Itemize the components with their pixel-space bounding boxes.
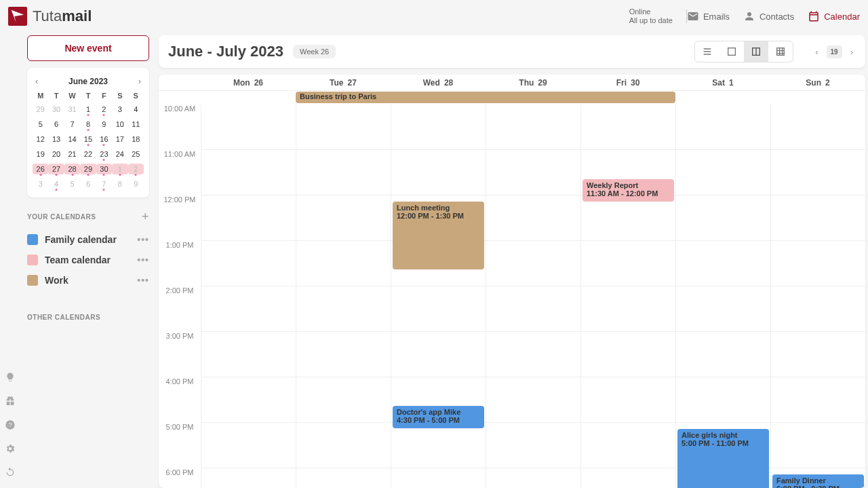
mini-cal-day[interactable]: 16 bbox=[96, 134, 112, 145]
mini-cal-day[interactable]: 6 bbox=[80, 179, 96, 189]
person-icon bbox=[743, 10, 755, 22]
mini-cal-dow: F bbox=[96, 92, 112, 100]
hour-label: 12:00 PM bbox=[159, 195, 201, 241]
allday-event[interactable]: Business trip to Paris bbox=[296, 92, 675, 103]
calendar-list: YOUR CALENDARS + Family calendar•••Team … bbox=[20, 204, 156, 290]
mini-cal-day[interactable]: 2 bbox=[96, 104, 112, 115]
mini-cal-day[interactable]: 6 bbox=[48, 119, 64, 130]
gear-icon[interactable] bbox=[5, 443, 16, 456]
calendar-more-icon[interactable]: ••• bbox=[137, 275, 149, 286]
mini-cal-day[interactable]: 15 bbox=[80, 134, 96, 145]
mini-cal-day[interactable]: 31 bbox=[64, 104, 80, 115]
calendar-color-swatch bbox=[27, 275, 38, 286]
mini-cal-day[interactable]: 4 bbox=[48, 179, 64, 189]
help-icon[interactable]: ? bbox=[5, 419, 16, 432]
mini-cal-day[interactable]: 29 bbox=[33, 104, 48, 115]
mini-cal-day[interactable]: 1 bbox=[80, 104, 96, 115]
mini-cal-day[interactable]: 3 bbox=[33, 179, 48, 189]
logo-mark-icon bbox=[8, 7, 27, 26]
lightbulb-icon[interactable] bbox=[5, 372, 16, 385]
calendar-list-item[interactable]: Team calendar••• bbox=[27, 250, 149, 270]
calendar-color-swatch bbox=[27, 234, 38, 245]
week-badge: Week 26 bbox=[293, 45, 336, 58]
event-time: 5:00 PM - 11:00 PM bbox=[682, 439, 765, 447]
mini-cal-day[interactable]: 3 bbox=[112, 104, 127, 115]
today-button[interactable]: 19 bbox=[827, 45, 842, 58]
mini-cal-day[interactable]: 24 bbox=[112, 149, 127, 159]
hour-label: 2:00 PM bbox=[159, 286, 201, 332]
nav-contacts[interactable]: Contacts bbox=[743, 10, 794, 22]
calendar-event[interactable]: Weekly Report11:30 AM - 12:00 PM bbox=[583, 179, 674, 202]
mini-cal-day[interactable]: 28 bbox=[64, 164, 80, 174]
mini-cal-day[interactable]: 27 bbox=[48, 164, 64, 174]
calendar-list-item[interactable]: Family calendar••• bbox=[27, 229, 149, 250]
calendar-name: Work bbox=[45, 275, 68, 286]
mini-cal-day[interactable]: 4 bbox=[128, 104, 144, 115]
mini-cal-day[interactable]: 21 bbox=[64, 149, 80, 159]
mini-cal-next[interactable]: › bbox=[136, 75, 144, 88]
mini-cal-day[interactable]: 9 bbox=[128, 179, 144, 189]
mini-cal-day[interactable]: 7 bbox=[64, 119, 80, 130]
sidebar: New event ‹ June 2023 › MTWTFSS293031123… bbox=[20, 33, 156, 488]
mini-cal-day[interactable]: 30 bbox=[48, 104, 64, 115]
calendar-more-icon[interactable]: ••• bbox=[137, 255, 149, 265]
prev-week[interactable]: ‹ bbox=[812, 44, 821, 60]
mini-cal-day[interactable]: 22 bbox=[80, 149, 96, 159]
view-week[interactable] bbox=[744, 41, 768, 62]
new-event-button[interactable]: New event bbox=[27, 35, 149, 61]
day-header: Fri30 bbox=[580, 78, 675, 88]
mini-cal-day[interactable]: 30 bbox=[96, 164, 112, 174]
mini-cal-day[interactable]: 1 bbox=[112, 164, 127, 174]
hour-label: 10:00 AM bbox=[159, 105, 201, 150]
mini-cal-day[interactable]: 13 bbox=[48, 134, 64, 145]
mini-cal-day[interactable]: 9 bbox=[96, 119, 112, 130]
day-column[interactable] bbox=[486, 105, 580, 488]
gift-icon[interactable] bbox=[5, 396, 16, 409]
day-column[interactable] bbox=[296, 105, 391, 488]
mini-cal-day[interactable]: 23 bbox=[96, 149, 112, 159]
mini-cal-day[interactable]: 2 bbox=[128, 164, 144, 174]
mini-cal-day[interactable]: 5 bbox=[64, 179, 80, 189]
day-column[interactable]: Family Dinner6:00 PM - 8:30 PM bbox=[770, 105, 865, 488]
mini-cal-day[interactable]: 8 bbox=[80, 119, 96, 130]
nav-calendar-label: Calendar bbox=[824, 12, 860, 22]
nav-emails[interactable]: Emails bbox=[687, 10, 730, 22]
mini-cal-day[interactable]: 18 bbox=[128, 134, 144, 145]
day-column[interactable]: Weekly Report11:30 AM - 12:00 PM bbox=[580, 105, 675, 488]
day-column[interactable] bbox=[201, 105, 296, 488]
calendar-list-item[interactable]: Work••• bbox=[27, 270, 149, 290]
next-week[interactable]: › bbox=[848, 44, 856, 60]
calendar-event[interactable]: Doctor's app Mike4:30 PM - 5:00 PM bbox=[393, 406, 484, 428]
mini-cal-day[interactable]: 12 bbox=[33, 134, 48, 145]
view-day[interactable] bbox=[719, 41, 744, 62]
view-month[interactable] bbox=[768, 41, 793, 62]
mini-cal-day[interactable]: 7 bbox=[96, 179, 112, 189]
day-column[interactable]: Lunch meeting12:00 PM - 1:30 PMDoctor's … bbox=[391, 105, 486, 488]
mini-cal-day[interactable]: 26 bbox=[33, 164, 48, 174]
calendar-event[interactable]: Family Dinner6:00 PM - 8:30 PM bbox=[772, 474, 864, 488]
calendar-event[interactable]: Alice girls night5:00 PM - 11:00 PM bbox=[677, 429, 769, 488]
nav-calendar[interactable]: Calendar bbox=[808, 10, 860, 22]
mini-cal-day[interactable]: 29 bbox=[80, 164, 96, 174]
mini-cal-day[interactable]: 17 bbox=[112, 134, 127, 145]
calendar-event[interactable]: Lunch meeting12:00 PM - 1:30 PM bbox=[393, 202, 484, 269]
mini-cal-day[interactable]: 10 bbox=[112, 119, 127, 130]
mini-cal-day[interactable]: 19 bbox=[33, 149, 48, 159]
mini-cal-day[interactable]: 25 bbox=[128, 149, 144, 159]
mini-cal-day[interactable]: 14 bbox=[64, 134, 80, 145]
refresh-icon[interactable] bbox=[5, 467, 16, 480]
mini-cal-prev[interactable]: ‹ bbox=[33, 75, 41, 88]
add-calendar-button[interactable]: + bbox=[142, 210, 149, 224]
view-agenda[interactable] bbox=[695, 41, 719, 62]
mini-cal-day[interactable]: 11 bbox=[128, 119, 144, 130]
mini-cal-day[interactable]: 8 bbox=[112, 179, 127, 189]
mini-cal-day[interactable]: 20 bbox=[48, 149, 64, 159]
nav-contacts-label: Contacts bbox=[760, 12, 794, 22]
svg-text:?: ? bbox=[8, 421, 12, 428]
calendar-more-icon[interactable]: ••• bbox=[137, 234, 149, 245]
day-column[interactable]: Alice girls night5:00 PM - 11:00 PM bbox=[675, 105, 770, 488]
logo[interactable]: Tutamail bbox=[8, 7, 92, 26]
mini-calendar: ‹ June 2023 › MTWTFSS2930311234567891011… bbox=[27, 68, 149, 198]
calendar-pane: June - July 2023 Week 26 ‹ 19 › Mon26Tue… bbox=[156, 33, 868, 488]
mini-cal-day[interactable]: 5 bbox=[33, 119, 48, 130]
